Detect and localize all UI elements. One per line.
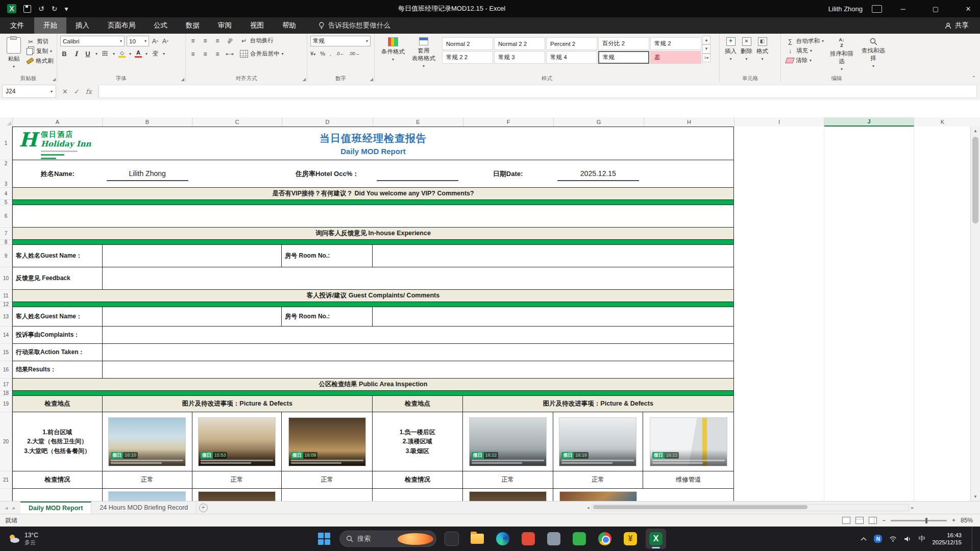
- customize-qat-icon[interactable]: ▾: [64, 5, 68, 13]
- zoom-slider[interactable]: [891, 520, 947, 521]
- cancel-entry-icon[interactable]: ✕: [62, 88, 68, 95]
- guest-name-input-2[interactable]: [103, 307, 282, 326]
- room-no-input-2[interactable]: [373, 307, 733, 326]
- col-header-h[interactable]: H: [644, 117, 734, 127]
- row-header-22[interactable]: [0, 489, 12, 501]
- percent-icon[interactable]: %: [320, 51, 325, 57]
- new-sheet-button[interactable]: +: [197, 502, 210, 514]
- autosum-button[interactable]: ∑自动求和▾: [784, 36, 826, 46]
- status-value[interactable]: 正常: [553, 471, 644, 488]
- fill-color-button[interactable]: ◇: [118, 50, 126, 58]
- indent-icons[interactable]: ⇤⇥: [226, 50, 234, 58]
- row-header-17[interactable]: 17: [0, 379, 12, 391]
- tab-file[interactable]: 文件: [0, 17, 34, 34]
- merge-center-button[interactable]: 合并后居中▾: [238, 49, 286, 59]
- sheet-nav-left-icon[interactable]: ◂: [5, 505, 8, 511]
- insert-cells-button[interactable]: +插入▾: [723, 36, 739, 63]
- gallery-down-icon[interactable]: ▼: [702, 44, 710, 53]
- hidden-icons-chevron[interactable]: [861, 537, 867, 541]
- taskbar-app-green[interactable]: [569, 529, 590, 549]
- align-middle-icon[interactable]: ≡: [201, 37, 209, 44]
- chrome-button[interactable]: [595, 529, 615, 549]
- increase-font-icon[interactable]: A˄: [151, 37, 159, 45]
- format-cells-button[interactable]: ◧格式▾: [754, 36, 770, 63]
- col-header-a[interactable]: A: [13, 117, 103, 127]
- undo-button[interactable]: ↺: [38, 5, 44, 13]
- inspection-photo-partial[interactable]: [470, 492, 546, 501]
- bold-button[interactable]: B: [60, 50, 68, 58]
- share-button[interactable]: 共享: [934, 17, 980, 34]
- excel-taskbar-button[interactable]: X: [646, 529, 666, 549]
- hscroll-right-icon[interactable]: ▸: [911, 505, 914, 510]
- select-all-corner[interactable]: [0, 117, 13, 127]
- inspection-photo-partial[interactable]: [109, 492, 185, 501]
- font-size-select[interactable]: 10▾: [127, 36, 149, 46]
- font-dialog-launcher[interactable]: ◢: [181, 77, 184, 82]
- ribbon-display-options-icon[interactable]: [872, 5, 882, 13]
- cut-button[interactable]: ✂剪切: [24, 37, 56, 46]
- format-as-table-button[interactable]: 套用 表格格式▾: [408, 36, 439, 70]
- row-header-12[interactable]: 12: [0, 302, 12, 307]
- comma-style-icon[interactable]: ,: [330, 51, 331, 57]
- row-header-4[interactable]: 4: [0, 188, 12, 200]
- confirm-entry-icon[interactable]: ✓: [74, 88, 80, 95]
- style-changgui-3[interactable]: 常规 3: [494, 51, 545, 64]
- results-input[interactable]: [103, 361, 733, 378]
- row-header-8[interactable]: 8: [0, 240, 12, 245]
- complaints-input[interactable]: [103, 327, 733, 343]
- increase-decimal-icon[interactable]: .0←: [336, 51, 345, 56]
- tab-data[interactable]: 数据: [177, 17, 209, 34]
- conditional-formatting-button[interactable]: 条件格式▾: [378, 36, 408, 63]
- decrease-font-icon[interactable]: A˅: [161, 37, 169, 45]
- col-header-g[interactable]: G: [554, 117, 644, 127]
- inspection-photo-partial[interactable]: [560, 492, 636, 501]
- page-layout-view-icon[interactable]: [855, 517, 864, 524]
- status-value[interactable]: 维修管道: [643, 471, 733, 488]
- speaker-icon[interactable]: [904, 536, 911, 542]
- col-header-d[interactable]: D: [282, 117, 373, 127]
- col-header-i[interactable]: I: [734, 117, 824, 127]
- number-format-select[interactable]: 常规▾: [310, 36, 371, 46]
- status-value[interactable]: 正常: [282, 471, 373, 488]
- row-header-20[interactable]: 20: [0, 412, 12, 471]
- status-value[interactable]: 正常: [463, 471, 553, 488]
- insert-function-icon[interactable]: fx: [86, 88, 92, 95]
- tab-insert[interactable]: 插入: [66, 17, 99, 34]
- row-header-9[interactable]: 9: [0, 245, 12, 267]
- col-header-e[interactable]: E: [373, 117, 463, 127]
- tab-review[interactable]: 审阅: [209, 17, 241, 34]
- edge-button[interactable]: [493, 529, 513, 549]
- font-name-select[interactable]: Calibri▾: [60, 36, 125, 46]
- zoom-out-icon[interactable]: −: [882, 517, 886, 524]
- vip-answer-cell[interactable]: [12, 205, 734, 228]
- alignment-dialog-launcher[interactable]: ◢: [303, 77, 306, 82]
- copy-button[interactable]: 复制▾: [24, 46, 56, 56]
- tell-me-box[interactable]: 告诉我你想要做什么: [318, 17, 390, 34]
- feedback-input[interactable]: [103, 267, 733, 289]
- formula-input[interactable]: [99, 85, 977, 98]
- start-button[interactable]: [314, 529, 334, 549]
- accounting-format-icon[interactable]: ¥▾: [310, 51, 315, 57]
- number-dialog-launcher[interactable]: ◢: [370, 77, 373, 82]
- sheet-tab-daily-mod-report[interactable]: Daily MOD Report: [20, 502, 91, 514]
- scroll-up-icon[interactable]: ▲: [971, 127, 980, 135]
- taskbar-search[interactable]: 搜索: [339, 531, 436, 547]
- gallery-more-icon[interactable]: ≡▾: [702, 54, 710, 62]
- inspection-photo-roof[interactable]: 假日16:18: [559, 418, 636, 466]
- font-color-button[interactable]: A: [135, 50, 142, 58]
- name-box[interactable]: J24▾: [2, 85, 56, 98]
- name-value[interactable]: Lilith Zhong: [107, 167, 188, 181]
- paste-button[interactable]: 粘贴▾: [3, 36, 24, 70]
- room-no-input[interactable]: [373, 245, 733, 267]
- vertical-scroll-thumb[interactable]: [972, 137, 978, 223]
- ime-indicator[interactable]: 中: [918, 534, 925, 543]
- style-percent2-cn[interactable]: 百分比 2: [598, 37, 649, 50]
- style-changgui-2-2[interactable]: 常规 2 2: [442, 51, 493, 64]
- close-button[interactable]: ✕: [957, 0, 980, 17]
- sheet-tab-24h-briefing[interactable]: 24 Hours MOD Briefing Record: [91, 502, 197, 514]
- row-header-13[interactable]: 13: [0, 307, 12, 327]
- row-header-1[interactable]: 1: [0, 127, 12, 160]
- format-painter-button[interactable]: 格式刷: [24, 56, 56, 66]
- sort-filter-button[interactable]: A↓Z 排序和筛选▾: [826, 36, 857, 73]
- network-icon[interactable]: [889, 536, 897, 542]
